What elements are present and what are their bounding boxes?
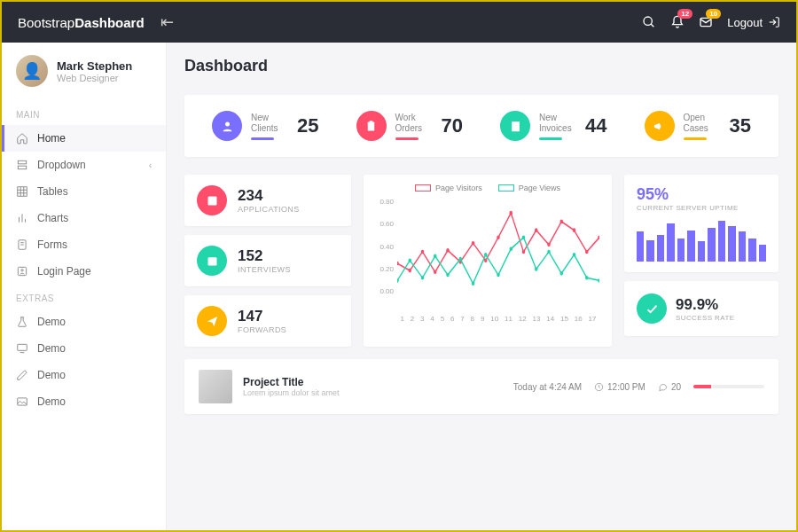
svg-point-63 [598,278,599,283]
topbar: BootstrapDashboard ⇤ 12 10 Logout [2,2,796,43]
svg-point-45 [585,250,589,254]
svg-point-55 [497,273,500,278]
svg-point-36 [472,241,475,246]
svg-rect-28 [207,257,216,265]
nav-demo-3[interactable]: Demo [2,362,166,388]
nav-demo-4[interactable]: Demo [2,388,166,415]
project-date: Today at 4:24 AM [513,382,582,392]
svg-point-58 [535,267,538,271]
calendar-icon [197,246,227,276]
svg-point-32 [421,250,425,254]
svg-rect-5 [18,187,27,197]
svg-point-49 [421,276,425,280]
project-thumb [199,370,232,403]
flask-icon [16,316,28,328]
image-icon [16,395,28,408]
project-time: 12:00 PM [594,382,645,392]
mail-badge: 10 [706,9,721,19]
svg-point-41 [535,228,538,232]
nav-section-extras: EXTRAS [2,285,166,309]
home-icon [16,132,28,145]
svg-point-39 [509,211,512,215]
nav-demo-1[interactable]: Demo [2,309,166,335]
invoice-icon [500,111,530,141]
profile-name: Mark Stephen [57,59,132,73]
pen-icon [16,369,28,381]
svg-point-50 [434,254,437,259]
notification-icon[interactable]: 12 [670,15,685,29]
avatar: 👤 [16,55,48,87]
stat-interviews: 152INTERVIEWS [184,235,351,286]
project-row[interactable]: Project Title Lorem ipsum dolor sit amet… [184,359,778,414]
project-progress [693,385,764,388]
profile-role: Web Designer [57,73,132,83]
nav-home[interactable]: Home [2,125,166,152]
profile[interactable]: 👤 Mark Stephen Web Designer [2,55,166,101]
check-icon [637,293,667,324]
chart-icon [16,212,28,224]
kpi-open-cases: OpenCases 35 [645,111,751,141]
nav-login[interactable]: Login Page [2,258,166,285]
success-card: 99.9%SUCCESS RATE [624,281,778,336]
nav-dropdown[interactable]: Dropdown‹ [2,152,166,178]
svg-point-60 [559,271,563,276]
nav-section-main: MAIN [2,101,166,125]
user-icon [212,111,242,141]
svg-point-59 [547,250,551,254]
svg-point-61 [573,253,576,257]
nav-charts[interactable]: Charts [2,205,166,231]
svg-point-56 [509,246,512,251]
svg-point-62 [585,276,589,280]
svg-point-31 [408,269,411,273]
apps-icon [197,185,227,215]
brand[interactable]: BootstrapDashboard [18,15,145,30]
main: Dashboard NewClients 25 WorkOrders 70 Ne… [167,43,796,532]
clipboard-icon [356,111,387,141]
svg-rect-3 [18,160,26,164]
mail-icon[interactable]: 10 [699,15,713,29]
stat-applications: 234APPLICATIONS [184,175,351,226]
svg-point-42 [547,243,551,247]
kpi-work-orders: WorkOrders 70 [356,111,463,141]
traffic-chart: Page Visitors Page Views 0.800.600.400.2… [364,175,612,347]
svg-rect-27 [207,196,216,205]
kpi-new-clients: NewClients 25 [212,111,318,141]
login-icon [16,265,28,278]
svg-point-44 [573,228,576,232]
svg-point-43 [559,220,563,224]
svg-rect-22 [368,121,375,130]
svg-point-17 [21,270,23,271]
svg-point-0 [644,17,652,25]
svg-point-53 [472,281,475,286]
table-icon [16,185,28,198]
svg-rect-20 [18,398,27,405]
svg-point-34 [446,248,450,253]
svg-rect-4 [18,166,26,169]
nav-forms[interactable]: Forms [2,231,166,258]
page-title: Dashboard [184,57,778,75]
kpi-new-invoices: NewInvoices 44 [500,111,606,141]
svg-point-33 [434,270,437,274]
stat-forwards: 147FORWARDS [184,295,351,347]
nav-tables[interactable]: Tables [2,178,166,205]
megaphone-icon [645,111,675,141]
svg-rect-18 [18,344,27,350]
svg-point-37 [484,258,488,262]
svg-line-1 [651,24,653,27]
forms-icon [16,239,28,251]
layers-icon [16,159,28,171]
monitor-icon [16,342,28,355]
search-icon[interactable] [642,15,656,29]
svg-point-51 [446,273,450,278]
svg-rect-24 [512,121,520,130]
logout-button[interactable]: Logout [727,16,780,29]
sidebar: 👤 Mark Stephen Web Designer MAIN Home Dr… [2,43,167,532]
svg-point-52 [458,257,462,262]
nav-demo-2[interactable]: Demo [2,335,166,362]
menu-toggle-icon[interactable]: ⇤ [160,12,174,32]
project-comments: 20 [658,382,681,392]
svg-point-54 [484,253,488,257]
svg-rect-23 [370,121,373,123]
uptime-card: 95% CURRENT SERVER UPTIME [624,175,778,272]
send-icon [197,306,227,336]
